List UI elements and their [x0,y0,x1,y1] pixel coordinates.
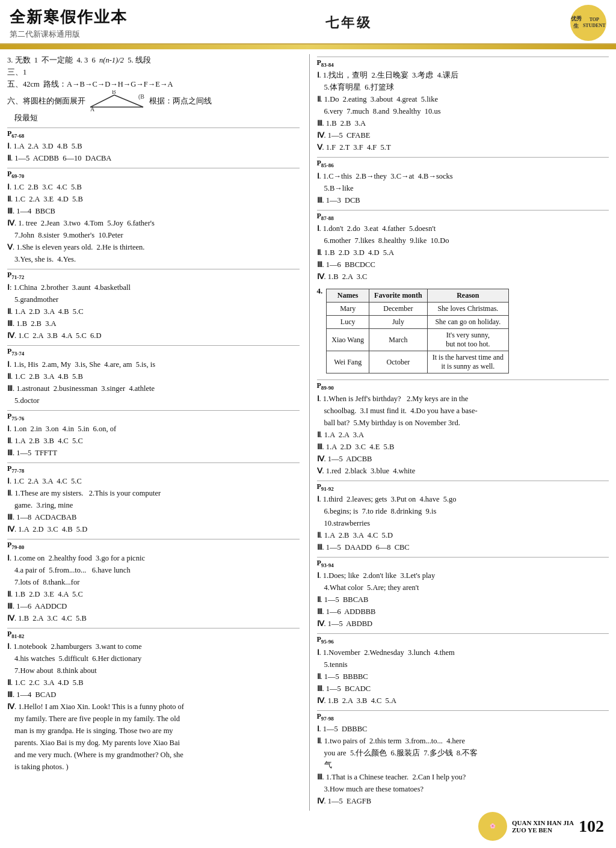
p79-80-line5: Ⅲ. 1—6 AADDCD [7,600,300,612]
p79-80-line4: Ⅱ. 1.B 2.D 3.E 4.A 5.C [7,588,300,600]
p67-68-line2: Ⅱ. 1—5 ACDBB 6—10 DACBA [7,152,300,164]
p73-74-line2: Ⅱ. 1.C 2.B 3.A 4.B 5.B [7,370,300,383]
page-footer: 🌸 QUAN XIN HAN JIA ZUO YE BEN 102 [478,812,604,841]
answer-table: Names Favorite month Reason Mary Decembe… [326,289,509,373]
p91-92-line2: 6.begins; is 7.to ride 8.drinking 9.is [317,505,609,517]
svg-line-0 [90,95,114,107]
page-ref-95-96: P95-96 [317,633,609,645]
table-cell-month1: December [369,303,428,316]
p69-70-line4: Ⅳ. 1. tree 2.Jean 3.two 4.Tom 5.Joy 6.fa… [7,217,300,229]
logo-badge: 优秀生TOP STUDENT [570,5,606,41]
footer-logo: 🌸 [478,812,507,841]
p83-84-line2: 5.体育明星 6.打篮球 [317,81,609,93]
p75-76-line2: Ⅱ. 1.A 2.B 3.B 4.C 5.C [7,435,300,447]
p83-84-line5: Ⅲ. 1.B 2.B 3.A [317,117,609,129]
p87-88-line1: Ⅰ. 1.don't 2.do 3.eat 4.father 5.doesn't [317,223,609,235]
page-ref-69-70: P69-70 [7,168,300,179]
p81-82-line1: Ⅰ. 1.notebook 2.hamburgers 3.want to com… [7,641,300,653]
p81-82-line4: Ⅱ. 1.C 2.C 3.A 4.D 5.B [7,677,300,689]
p95-96-line2: 5.tennis [317,659,609,671]
p91-92-line4: Ⅱ. 1.A 2.B 3.A 4.C 5.D [317,529,609,541]
p89-90-line1: Ⅰ. 1.When is Jeff's birthday? 2.My keys … [317,393,609,405]
section-p71-72: P71-72 Ⅰ: 1.China 2.brother 3.aunt 4.bas… [7,269,300,342]
p91-92-line3: 10.strawberries [317,517,609,529]
main-content: 3. 无数 1 不一定能 4. 3 6 n(n-1)/2 5. 线段 三、1 五… [0,49,616,816]
page-number: 102 [579,817,604,836]
page-ref-97-98: P97-98 [317,710,609,722]
table-cell-name4: Wei Fang [327,351,369,373]
p93-94-line5: Ⅳ. 1—5 ABDBD [317,618,609,630]
p87-88-line2: 6.mother 7.likes 8.healthy 9.like 10.Do [317,235,609,247]
p69-70-line1: Ⅰ. 1.C 2.B 3.C 4.C 5.B [7,181,300,193]
p77-78-line5: Ⅳ. 1.A 2.D 3.C 4.B 5.D [7,523,300,535]
p81-82-line11: is taking photos. ) [7,761,300,773]
p81-82-line3: 7.How about 8.think about [7,665,300,677]
header-left: 全新寒假作业本 第二代新课标通用版 [10,7,128,40]
table-header-names: Names [327,289,369,303]
page-ref-85-86: P85-86 [317,157,609,168]
p95-96-line5: Ⅳ. 1.B 2.A 3.B 4.C 5.A [317,695,609,707]
section-p89-90: P89-90 Ⅰ. 1.When is Jeff's birthday? 2.M… [317,379,609,476]
section-p97-98: P97-98 Ⅰ. 1—5 DBBBC Ⅱ. 1.two pairs of 2.… [317,710,609,807]
table-cell-name1: Mary [327,303,369,316]
p97-98-line4: 气 [317,759,609,771]
page-ref-93-94: P93-94 [317,557,609,568]
table-row: Lucy July She can go on holiday. [327,316,509,329]
p87-88-line3: Ⅱ. 1.B 2.D 3.D 4.D 5.A [317,247,609,259]
misc-line-3: 五、42cm 路线：A→B→C→D→H→G→F→E→A [7,78,300,90]
table-cell-reason4: It is the harvest time andit is sunny as… [427,351,508,373]
p69-70-line3: Ⅲ. 1—4 BBCB [7,205,300,217]
p75-76-line1: Ⅰ. 1.on 2.in 3.on 4.in 5.in 6.on, of [7,423,300,435]
p85-86-line2: 5.B→like [317,182,609,194]
misc-line-2: 三、1 [7,66,300,78]
p97-98-line2: Ⅱ. 1.two pairs of 2.this term 3.from...t… [317,735,609,747]
svg-text:A: A [90,106,95,112]
p73-74-line1: Ⅰ. 1.is, His 2.am, My 3.is, She 4.are, a… [7,358,300,370]
section-p95-96: P95-96 Ⅰ. 1.November 2.Wednesday 3.lunch… [317,633,609,706]
p97-98-line7: Ⅳ. 1—5 EAGFB [317,795,609,807]
misc-line-1: 3. 无数 1 不一定能 4. 3 6 n(n-1)/2 5. 线段 [7,54,300,66]
left-column: 3. 无数 1 不一定能 4. 3 6 n(n-1)/2 5. 线段 三、1 五… [7,54,300,811]
p79-80-line1: Ⅰ. 1.come on 2.healthy food 3.go for a p… [7,552,300,564]
section-p83-84: P83-84 Ⅰ. 1.找出，查明 2.生日晚宴 3.考虑 4.课后 5.体育明… [317,57,609,153]
p81-82-line10: and me very much. (Where is my grandmoth… [7,749,300,761]
section-p85-86: P85-86 Ⅰ. 1.C→this 2.B→they 3.C→at 4.B→s… [317,157,609,206]
p77-78-line4: Ⅲ. 1—8 ACDACBAB [7,511,300,523]
p75-76-line3: Ⅲ. 1—5 TFFTT [7,447,300,459]
section-p87-88: P87-88 Ⅰ. 1.don't 2.do 3.eat 4.father 5.… [317,210,609,283]
p89-90-line2: schoolbag. 3.I must find it. 4.Do you ha… [317,405,609,417]
p93-94-line4: Ⅲ. 1—6 ADDBBB [317,606,609,618]
p79-80-line2: 4.a pair of 5.from...to... 6.have lunch [7,564,300,576]
p91-92-line1: Ⅰ. 1.third 2.leaves; gets 3.Put on 4.hav… [317,493,609,505]
diagram-svg: B (B) A [90,90,144,112]
p81-82-line6: Ⅳ. 1.Hello! I am Xiao Xin. Look! This is… [7,701,300,713]
p85-86-line3: Ⅲ. 1—3 DCB [317,194,609,206]
p87-88-line5: Ⅳ. 1.B 2.A 3.C [317,271,609,283]
misc-line-4: 六、将圆柱的侧面展开 B (B) A 根据：两点之间线 [7,90,300,112]
section-p73-74: P73-74 Ⅰ. 1.is, His 2.am, My 3.is, She 4… [7,345,300,406]
svg-text:B: B [112,90,116,95]
p79-80-line3: 7.lots of 8.thank...for [7,576,300,588]
p95-96-line1: Ⅰ. 1.November 2.Wednesday 3.lunch 4.them [317,647,609,659]
p89-90-line7: Ⅴ. 1.red 2.black 3.blue 4.white [317,465,609,477]
p89-90-line6: Ⅳ. 1—5 ADCBB [317,453,609,465]
p85-86-line1: Ⅰ. 1.C→this 2.B→they 3.C→at 4.B→socks [317,170,609,182]
page-ref-89-90: P89-90 [317,379,609,391]
table-cell-month2: July [369,316,428,329]
p81-82-line2: 4.his watches 5.difficult 6.Her dictiona… [7,653,300,665]
svg-text:(B): (B) [138,93,144,100]
p77-78-line2: Ⅱ. 1.These are my sisters. 2.This is you… [7,487,300,499]
grade-label: 七年级 [325,14,372,32]
page-ref-71-72: P71-72 [7,269,300,280]
book-subtitle: 第二代新课标通用版 [10,29,80,40]
p91-92-line5: Ⅲ. 1—5 DAADD 6—8 CBC [317,541,609,553]
header: 全新寒假作业本 第二代新课标通用版 七年级 优秀生TOP STUDENT [0,0,616,45]
p81-82-line7: my family. There are five people in my f… [7,713,300,725]
p89-90-line3: ball bat? 5.My birthday is on November 3… [317,417,609,429]
p83-84-line7: Ⅴ. 1.F 2.T 3.F 4.F 5.T [317,141,609,153]
table-cell-reason2: She can go on holiday. [427,316,508,329]
section-p79-80: P79-80 Ⅰ. 1.come on 2.healthy food 3.go … [7,539,300,624]
table-header-month: Favorite month [369,289,428,303]
p67-68-line1: Ⅰ. 1.A 2.A 3.D 4.B 5.B [7,140,300,152]
table-cell-name2: Lucy [327,316,369,329]
